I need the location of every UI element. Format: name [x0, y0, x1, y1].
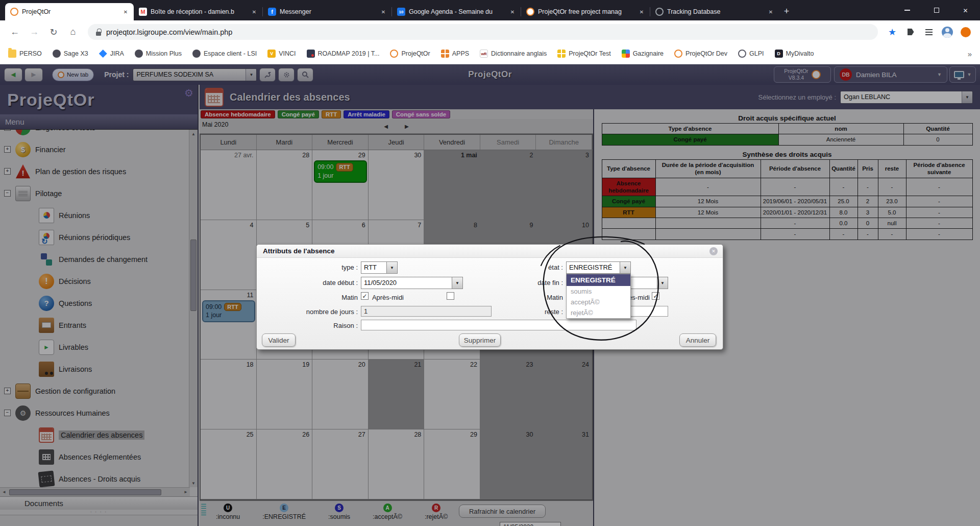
- bookmark-star-icon[interactable]: ★: [884, 24, 900, 40]
- url-text: projeqtor.lsigroupe.com/view/main.php: [106, 28, 232, 36]
- tab-projeqtor-site[interactable]: ProjeQtOr free project manag: [521, 3, 650, 20]
- site-icon: [135, 50, 143, 58]
- supprimer-button[interactable]: Supprimer: [459, 333, 501, 347]
- forward-icon[interactable]: →: [26, 23, 43, 41]
- site-icon: [192, 50, 201, 58]
- bookmark-gazignaire[interactable]: Gazignaire: [622, 50, 664, 58]
- chevron-down-icon: [386, 262, 397, 273]
- tab-close-icon[interactable]: [121, 8, 130, 16]
- tab-google-agenda[interactable]: Google Agenda - Semaine du: [392, 3, 521, 20]
- tab-close-icon[interactable]: [638, 8, 646, 16]
- chevron-down-icon: [657, 277, 668, 289]
- calendar-favicon: [397, 8, 405, 16]
- reading-list-icon[interactable]: [921, 24, 937, 40]
- chevron-down-icon: [452, 277, 462, 289]
- bookmark-projeqtor[interactable]: ProjeQtOr: [390, 50, 430, 58]
- date-debut-select[interactable]: 11/05/2020: [361, 277, 463, 289]
- projeqtor-icon: [390, 50, 398, 58]
- bookmark-espace-client[interactable]: Espace client - LSI: [192, 50, 257, 58]
- apres-midi-checkbox[interactable]: [447, 292, 454, 300]
- divalto-icon: [775, 50, 783, 58]
- image-icon: [307, 50, 315, 58]
- tab-close-icon[interactable]: [508, 8, 517, 16]
- jira-icon: [99, 50, 107, 58]
- gmail-favicon: [139, 8, 147, 16]
- tag-icon[interactable]: [902, 24, 919, 40]
- minimize-button[interactable]: [893, 0, 922, 20]
- type-select[interactable]: RTT: [361, 261, 398, 274]
- projeqtor-favicon: [10, 8, 18, 16]
- dropdown-option-enregistre[interactable]: ENREGISTRÉ: [567, 274, 630, 286]
- grid-icon: [441, 50, 449, 58]
- etat-label: état :: [466, 264, 563, 271]
- bookmark-roadmap[interactable]: ROADMAP 2019 | T...: [307, 50, 380, 58]
- mosaic-icon: [622, 50, 630, 58]
- bookmarks-bar: PERSO Sage X3 JIRA Mission Plus Espace c…: [0, 43, 980, 64]
- apres-midi-label: Après-midi: [358, 294, 404, 301]
- tab-projeqtor[interactable]: ProjeQtOr: [5, 3, 134, 20]
- bookmark-glpi[interactable]: GLPI: [738, 50, 764, 58]
- home-icon[interactable]: ⌂: [64, 23, 82, 41]
- etat-dropdown-list: ENREGISTRÉ soumis acceptÃ© rejetÃ©: [566, 274, 631, 319]
- dropdown-option-soumis[interactable]: soumis: [567, 286, 630, 297]
- projeqtor-icon: [674, 50, 682, 58]
- bookmarks-overflow[interactable]: »: [968, 50, 972, 58]
- matin-fin-label: Matin: [466, 294, 563, 301]
- address-bar: ← → ↻ ⌂ projeqtor.lsigroupe.com/view/mai…: [0, 20, 980, 43]
- window-controls: [893, 0, 980, 20]
- valider-button[interactable]: Valider: [262, 333, 296, 347]
- date-debut-label: date début :: [261, 279, 358, 286]
- bookmark-apps[interactable]: APPS: [441, 50, 469, 58]
- tab-gmail[interactable]: Boîte de réception - damien.b: [134, 3, 262, 20]
- tab-messenger[interactable]: Messenger: [263, 3, 391, 20]
- reload-icon[interactable]: ↻: [45, 23, 62, 41]
- apres-midi-fin-checkbox[interactable]: ✓: [652, 292, 659, 300]
- new-tab-button[interactable]: [779, 4, 794, 19]
- chevron-down-icon: [620, 262, 630, 273]
- annuler-button[interactable]: Annuler: [679, 333, 716, 347]
- bookmark-mydivalto[interactable]: MyDivalto: [775, 50, 814, 58]
- vinci-icon: [267, 50, 276, 58]
- absence-attributes-dialog: Attributs de l'absence type : RTT état :…: [256, 244, 723, 350]
- back-icon[interactable]: ←: [6, 23, 23, 41]
- dialog-title: Attributs de l'absence: [257, 245, 723, 258]
- dropdown-option-accepte[interactable]: acceptÃ©: [567, 297, 630, 307]
- tracking-favicon: [655, 8, 664, 16]
- type-label: type :: [261, 264, 358, 271]
- close-button[interactable]: [951, 0, 980, 20]
- bookmark-sagex3[interactable]: Sage X3: [53, 50, 88, 58]
- close-icon[interactable]: [709, 247, 718, 255]
- tab-bar: ProjeQtOr Boîte de réception - damien.b …: [0, 0, 980, 20]
- tab-close-icon[interactable]: [379, 8, 387, 16]
- tab-close-icon[interactable]: [767, 8, 775, 16]
- profile-avatar[interactable]: [939, 24, 955, 40]
- date-fin-label: date fin :: [466, 279, 563, 286]
- maximize-button[interactable]: [922, 0, 951, 20]
- bookmark-vinci[interactable]: VINCI: [267, 50, 296, 58]
- tab-close-icon[interactable]: [250, 8, 258, 16]
- dropdown-option-rejete[interactable]: rejetÃ©: [567, 307, 630, 318]
- folder-icon: [8, 50, 16, 58]
- bookmark-mission-plus[interactable]: Mission Plus: [135, 50, 182, 58]
- grid-icon: [557, 50, 566, 58]
- bookmark-projeqtor-test[interactable]: ProjeQtOr Test: [557, 50, 610, 58]
- nb-jours-label: nombre de jours :: [261, 308, 358, 316]
- app-viewport: New tab Projet : PERFUMES SODEXIM SA Pro…: [0, 64, 980, 526]
- wordreference-icon: [480, 50, 488, 58]
- extension-icon[interactable]: [958, 24, 974, 40]
- raison-input[interactable]: [361, 320, 636, 330]
- messenger-favicon: [268, 8, 276, 16]
- sage-icon: [53, 50, 61, 58]
- bookmark-jira[interactable]: JIRA: [99, 50, 124, 58]
- glpi-icon: [738, 50, 746, 58]
- reste-label: reste :: [466, 308, 563, 316]
- bookmark-perso[interactable]: PERSO: [8, 50, 42, 58]
- etat-select[interactable]: ENREGISTRÉ: [566, 261, 631, 274]
- url-box[interactable]: projeqtor.lsigroupe.com/view/main.php: [88, 24, 878, 40]
- bookmark-dictionnaire[interactable]: Dictionnaire anglais: [480, 50, 547, 58]
- projeqtor-favicon: [526, 8, 534, 16]
- lock-icon: [96, 29, 101, 36]
- tab-tracking-database[interactable]: Tracking Database: [650, 3, 779, 20]
- bookmark-projeqtor-dev[interactable]: ProjeQtOr Dev: [674, 50, 727, 58]
- raison-label: Raison :: [261, 322, 358, 329]
